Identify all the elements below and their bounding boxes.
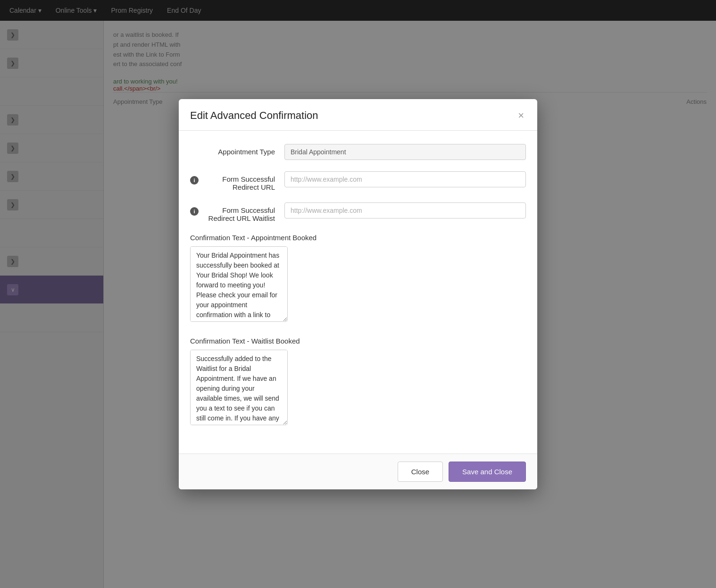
confirmation-waitlist-section: Confirmation Text - Waitlist Booked Succ… [190, 337, 526, 427]
redirect-url-info-icon: i [190, 176, 199, 185]
confirmation-booked-label: Confirmation Text - Appointment Booked [190, 234, 526, 242]
redirect-url-waitlist-group: i Form Successful Redirect URL Waitlist [190, 202, 526, 222]
modal-title: Edit Advanced Confirmation [190, 109, 318, 122]
modal-dialog: Edit Advanced Confirmation × Appointment… [179, 99, 537, 489]
appointment-type-label: Appointment Type [190, 144, 284, 156]
redirect-url-waitlist-info-icon: i [190, 207, 199, 216]
modal-body: Appointment Type i Form Successful Redir… [179, 131, 537, 454]
close-button[interactable]: Close [398, 462, 443, 482]
redirect-url-group: i Form Successful Redirect URL [190, 171, 526, 191]
redirect-url-label: i Form Successful Redirect URL [190, 171, 284, 191]
confirmation-booked-textarea[interactable]: Your Bridal Appointment has successfully… [190, 246, 288, 322]
confirmation-booked-section: Confirmation Text - Appointment Booked Y… [190, 234, 526, 324]
modal-overlay: Edit Advanced Confirmation × Appointment… [0, 0, 716, 588]
confirmation-waitlist-label: Confirmation Text - Waitlist Booked [190, 337, 526, 345]
confirmation-waitlist-textarea[interactable]: Successfully added to the Waitlist for a… [190, 350, 288, 425]
redirect-url-waitlist-label: i Form Successful Redirect URL Waitlist [190, 202, 284, 222]
appointment-type-input[interactable] [284, 144, 526, 160]
redirect-url-waitlist-input[interactable] [284, 202, 526, 218]
appointment-type-group: Appointment Type [190, 144, 526, 160]
modal-close-x-button[interactable]: × [516, 109, 526, 123]
modal-header: Edit Advanced Confirmation × [179, 99, 537, 131]
modal-footer: Close Save and Close [179, 454, 537, 489]
redirect-url-input[interactable] [284, 171, 526, 187]
save-and-close-button[interactable]: Save and Close [449, 462, 526, 482]
